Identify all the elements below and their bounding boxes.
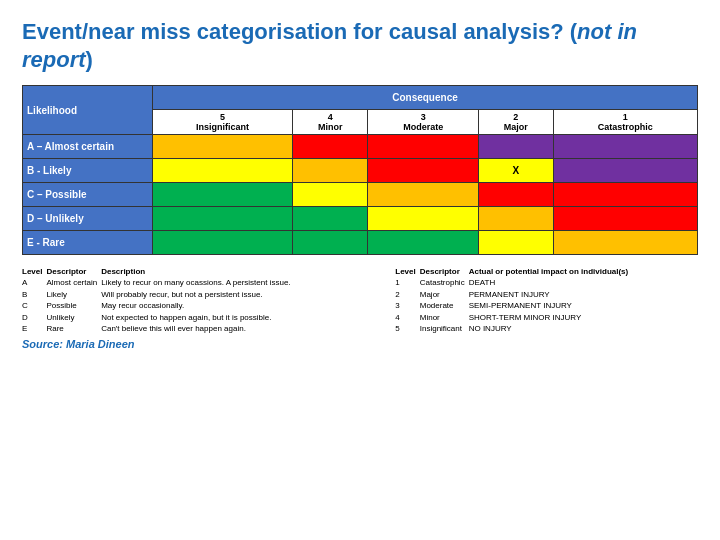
cell-d4 bbox=[292, 207, 368, 231]
legend-desc-c: Possible bbox=[46, 301, 97, 311]
legend-right-level-2: 2 bbox=[395, 290, 415, 300]
col-number-1: 1 bbox=[558, 112, 693, 122]
likelihood-header: Likelihood bbox=[23, 86, 153, 135]
legend-area: Level A B C D E Descriptor Almost certai… bbox=[22, 267, 698, 334]
cell-e1 bbox=[553, 231, 697, 255]
legend-right-descriptor-header: Descriptor bbox=[420, 267, 465, 277]
cell-c5 bbox=[153, 183, 293, 207]
risk-matrix-table: Likelihood Consequence 5 Insignificant 4… bbox=[22, 85, 698, 255]
legend-descriptor-header: Descriptor bbox=[46, 267, 97, 277]
legend-level-b: B bbox=[22, 290, 42, 300]
col-number-2: 2 bbox=[483, 112, 548, 122]
row-c: C – Possible bbox=[23, 183, 698, 207]
legend-right-impact-col: Actual or potential impact on individual… bbox=[469, 267, 698, 334]
page: Event/near miss categorisation for causa… bbox=[0, 0, 720, 540]
cell-e5 bbox=[153, 231, 293, 255]
legend-description-a: Likely to recur on many ocassions. A per… bbox=[101, 278, 385, 288]
cell-e3 bbox=[368, 231, 479, 255]
legend-description-b: Will probably recur, but not a persisten… bbox=[101, 290, 385, 300]
legend-right-descriptor-col: Descriptor Catastrophic Major Moderate M… bbox=[420, 267, 465, 334]
legend-right-desc-5: Insignificant bbox=[420, 324, 465, 334]
row-label-c: C – Possible bbox=[23, 183, 153, 207]
title-text: Event/near miss categorisation for causa… bbox=[22, 19, 577, 44]
col-header-2: 2 Major bbox=[479, 110, 553, 135]
cell-d1 bbox=[553, 207, 697, 231]
legend-right-level-1: 1 bbox=[395, 278, 415, 288]
row-a: A – Almost certain bbox=[23, 135, 698, 159]
cell-a1 bbox=[553, 135, 697, 159]
legend-level-col: Level A B C D E bbox=[22, 267, 42, 334]
col-label-1: Catastrophic bbox=[558, 122, 693, 132]
source-line: Source: Maria Dineen bbox=[22, 338, 698, 350]
legend-right-level-5: 5 bbox=[395, 324, 415, 334]
cell-e4 bbox=[292, 231, 368, 255]
matrix-container: Likelihood Consequence 5 Insignificant 4… bbox=[22, 85, 698, 255]
legend-left: Level A B C D E Descriptor Almost certai… bbox=[22, 267, 385, 334]
legend-right-desc-3: Moderate bbox=[420, 301, 465, 311]
legend-level-a: A bbox=[22, 278, 42, 288]
row-b: B - Likely X bbox=[23, 159, 698, 183]
legend-right-impact-4: SHORT-TERM MINOR INJURY bbox=[469, 313, 698, 323]
legend-right-desc-4: Minor bbox=[420, 313, 465, 323]
cell-d3 bbox=[368, 207, 479, 231]
cell-d5 bbox=[153, 207, 293, 231]
row-d: D – Unlikely bbox=[23, 207, 698, 231]
legend-level-d: D bbox=[22, 313, 42, 323]
cell-c2 bbox=[479, 183, 553, 207]
legend-right-level-header: Level bbox=[395, 267, 415, 277]
cell-c4 bbox=[292, 183, 368, 207]
legend-description-header: Description bbox=[101, 267, 385, 277]
cell-e2 bbox=[479, 231, 553, 255]
cell-b5 bbox=[153, 159, 293, 183]
legend-desc-e: Rare bbox=[46, 324, 97, 334]
legend-description-col: Description Likely to recur on many ocas… bbox=[101, 267, 385, 334]
col-header-4: 4 Minor bbox=[292, 110, 368, 135]
legend-description-c: May recur occasionally. bbox=[101, 301, 385, 311]
col-header-3: 3 Moderate bbox=[368, 110, 479, 135]
cell-d2 bbox=[479, 207, 553, 231]
col-header-1: 1 Catastrophic bbox=[553, 110, 697, 135]
cell-c3 bbox=[368, 183, 479, 207]
legend-description-d: Not expected to happen again, but it is … bbox=[101, 313, 385, 323]
cell-a2 bbox=[479, 135, 553, 159]
cell-a5 bbox=[153, 135, 293, 159]
col-header-5: 5 Insignificant bbox=[153, 110, 293, 135]
legend-right-desc-2: Major bbox=[420, 290, 465, 300]
row-e: E - Rare bbox=[23, 231, 698, 255]
legend-level-c: C bbox=[22, 301, 42, 311]
legend-descriptor-col: Descriptor Almost certain Likely Possibl… bbox=[46, 267, 97, 334]
row-label-a: A – Almost certain bbox=[23, 135, 153, 159]
title-close: ) bbox=[86, 47, 93, 72]
legend-level-header: Level bbox=[22, 267, 42, 277]
legend-right-impact-1: DEATH bbox=[469, 278, 698, 288]
legend-right-impact-header: Actual or potential impact on individual… bbox=[469, 267, 698, 277]
col-label-4: Minor bbox=[297, 122, 364, 132]
legend-right-desc-1: Catastrophic bbox=[420, 278, 465, 288]
row-label-e: E - Rare bbox=[23, 231, 153, 255]
col-number-5: 5 bbox=[157, 112, 288, 122]
col-label-3: Moderate bbox=[372, 122, 474, 132]
consequence-header: Consequence bbox=[153, 86, 698, 110]
legend-desc-d: Unlikely bbox=[46, 313, 97, 323]
legend-right-impact-5: NO INJURY bbox=[469, 324, 698, 334]
legend-right-level-3: 3 bbox=[395, 301, 415, 311]
cell-c1 bbox=[553, 183, 697, 207]
legend-right-impact-3: SEMI-PERMANENT INJURY bbox=[469, 301, 698, 311]
cell-b4 bbox=[292, 159, 368, 183]
legend-desc-a: Almost certain bbox=[46, 278, 97, 288]
col-label-2: Major bbox=[483, 122, 548, 132]
row-label-b: B - Likely bbox=[23, 159, 153, 183]
cell-b2-x: X bbox=[479, 159, 553, 183]
row-label-d: D – Unlikely bbox=[23, 207, 153, 231]
cell-b1 bbox=[553, 159, 697, 183]
legend-description-e: Can't believe this will ever happen agai… bbox=[101, 324, 385, 334]
legend-right: Level 1 2 3 4 5 Descriptor Catastrophic … bbox=[395, 267, 698, 334]
cell-b3 bbox=[368, 159, 479, 183]
col-number-3: 3 bbox=[372, 112, 474, 122]
col-label-5: Insignificant bbox=[157, 122, 288, 132]
legend-desc-b: Likely bbox=[46, 290, 97, 300]
legend-right-impact-2: PERMANENT INJURY bbox=[469, 290, 698, 300]
legend-right-level-col: Level 1 2 3 4 5 bbox=[395, 267, 415, 334]
legend-right-level-4: 4 bbox=[395, 313, 415, 323]
col-number-4: 4 bbox=[297, 112, 364, 122]
